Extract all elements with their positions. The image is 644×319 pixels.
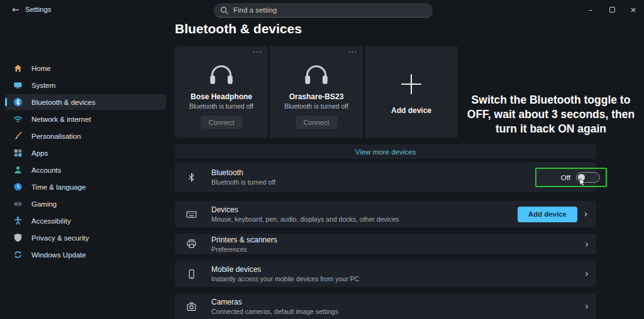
- sidebar-item-label: Network & internet: [31, 116, 91, 123]
- row-subtitle: Instantly access your mobile devices fro…: [211, 275, 359, 283]
- device-name: Bose Headphone: [191, 92, 252, 101]
- keyboard-devices-icon: [186, 208, 197, 220]
- device-name: Orashare-BS23: [289, 92, 344, 101]
- page-title: Bluetooth & devices: [175, 21, 302, 36]
- headphones-icon: [207, 58, 236, 87]
- clock-icon: [13, 182, 23, 192]
- device-card-orashare[interactable]: ··· Orashare-BS23 Bluetooth is turned of…: [270, 46, 363, 138]
- sidebar-item-home[interactable]: Home: [5, 60, 166, 76]
- annotation-text: Switch the Bluetooth toggle to OFF, wait…: [459, 93, 643, 136]
- add-device-label: Add device: [391, 106, 431, 115]
- settings-window: ← Settings – ×: [0, 0, 644, 319]
- minimize-icon: –: [589, 5, 593, 14]
- sidebar-item-label: Personalisation: [31, 132, 81, 140]
- wifi-icon: [13, 114, 23, 124]
- device-cards: ··· Bose Headphone Bluetooth is turned o…: [175, 46, 458, 138]
- maximize-button[interactable]: [601, 0, 623, 19]
- titlebar: ← Settings – ×: [0, 0, 644, 19]
- sidebar-item-gaming[interactable]: Gaming: [5, 196, 166, 212]
- bluetooth-toggle-row: Bluetooth Bluetooth is turned off Off: [175, 162, 596, 192]
- toggle-state-label: Off: [561, 174, 570, 181]
- devices-row[interactable]: Devices Mouse, keyboard, pen, audio, dis…: [175, 201, 596, 227]
- row-title: Cameras: [211, 298, 338, 306]
- bluetooth-toggle[interactable]: [576, 172, 600, 183]
- sidebar-item-windows-update[interactable]: Windows Update: [5, 247, 166, 262]
- cameras-row[interactable]: Cameras Connected cameras, default image…: [175, 294, 596, 319]
- sidebar-item-label: Windows Update: [31, 251, 86, 259]
- update-arrows-icon: [13, 250, 23, 260]
- apps-grid-icon: [13, 148, 23, 158]
- sidebar-item-apps[interactable]: Apps: [5, 145, 166, 161]
- row-title: Mobile devices: [211, 265, 359, 274]
- sidebar: Home System Bluetooth & devices Network …: [0, 19, 170, 319]
- bluetooth-row-title: Bluetooth: [211, 168, 275, 177]
- printers-scanners-row[interactable]: Printers & scanners Preferences ›: [175, 234, 596, 254]
- view-more-devices-bar[interactable]: View more devices: [175, 144, 596, 159]
- sidebar-item-system[interactable]: System: [5, 77, 166, 93]
- mobile-devices-row[interactable]: Mobile devices Instantly access your mob…: [175, 261, 596, 287]
- app-title: Settings: [25, 6, 52, 13]
- bluetooth-icon: [13, 97, 23, 107]
- sidebar-item-label: System: [31, 82, 55, 89]
- sidebar-item-label: Accessibility: [31, 217, 71, 225]
- view-more-devices-link[interactable]: View more devices: [355, 148, 416, 156]
- window-controls: – ×: [580, 0, 644, 19]
- sidebar-item-label: Gaming: [31, 200, 57, 208]
- back-button[interactable]: ←: [9, 3, 23, 16]
- add-device-button[interactable]: Add device: [518, 207, 577, 222]
- row-title: Printers & scanners: [211, 235, 277, 244]
- row-title: Devices: [211, 205, 399, 214]
- card-menu-icon[interactable]: ···: [253, 47, 262, 56]
- phone-icon: [186, 268, 197, 279]
- search-input[interactable]: [233, 6, 426, 14]
- row-subtitle: Connected cameras, default image setting…: [211, 308, 338, 315]
- sidebar-item-time-language[interactable]: Time & language: [5, 179, 166, 195]
- system-icon: [13, 80, 23, 90]
- gamepad-icon: [13, 199, 23, 209]
- sidebar-item-personalisation[interactable]: Personalisation: [5, 128, 166, 144]
- chevron-right-icon[interactable]: ›: [575, 208, 596, 220]
- sidebar-item-privacy-security[interactable]: Privacy & security: [5, 230, 166, 246]
- sidebar-item-network-internet[interactable]: Network & internet: [5, 111, 166, 127]
- sidebar-item-label: Privacy & security: [31, 234, 89, 242]
- chevron-right-icon[interactable]: ›: [577, 239, 596, 250]
- chevron-right-icon[interactable]: ›: [577, 268, 596, 279]
- row-subtitle: Mouse, keyboard, pen, audio, displays an…: [211, 215, 399, 223]
- bluetooth-row-subtitle: Bluetooth is turned off: [211, 178, 275, 186]
- sidebar-nav: Home System Bluetooth & devices Network …: [5, 60, 166, 264]
- sidebar-item-accessibility[interactable]: Accessibility: [5, 213, 166, 229]
- minimize-button[interactable]: –: [580, 0, 601, 19]
- connect-button[interactable]: Connect: [201, 116, 242, 129]
- sidebar-item-label: Home: [31, 65, 51, 72]
- chevron-right-icon[interactable]: ›: [577, 301, 596, 312]
- back-arrow-icon: ←: [12, 4, 19, 14]
- sidebar-item-bluetooth-devices[interactable]: Bluetooth & devices: [5, 94, 166, 110]
- row-subtitle: Preferences: [211, 246, 277, 253]
- brush-icon: [13, 131, 23, 141]
- bluetooth-toggle-highlight-box: Off: [535, 168, 607, 187]
- sidebar-item-label: Bluetooth & devices: [31, 99, 96, 106]
- card-menu-icon[interactable]: ···: [348, 47, 357, 56]
- search-box[interactable]: [214, 3, 433, 18]
- close-icon: ×: [630, 5, 637, 14]
- accessibility-person-icon: [13, 216, 23, 226]
- headphones-icon: [302, 58, 331, 87]
- person-icon: [13, 165, 23, 175]
- sidebar-item-label: Time & language: [31, 183, 86, 191]
- sidebar-item-label: Apps: [31, 149, 48, 157]
- device-status: Bluetooth is turned off: [284, 102, 348, 110]
- close-button[interactable]: ×: [623, 0, 644, 19]
- device-status: Bluetooth is turned off: [189, 102, 253, 110]
- connect-button[interactable]: Connect: [296, 116, 337, 129]
- mouse-cursor-icon: [579, 178, 586, 187]
- sidebar-item-label: Accounts: [31, 166, 61, 174]
- camera-icon: [186, 301, 197, 312]
- device-card-bose[interactable]: ··· Bose Headphone Bluetooth is turned o…: [175, 46, 268, 138]
- bluetooth-rune-icon: [186, 171, 197, 183]
- plus-icon: [398, 71, 425, 97]
- printer-icon: [186, 239, 197, 250]
- maximize-icon: [609, 7, 615, 13]
- sidebar-item-accounts[interactable]: Accounts: [5, 162, 166, 178]
- search-icon: [220, 6, 228, 14]
- add-device-card[interactable]: Add device: [365, 46, 458, 138]
